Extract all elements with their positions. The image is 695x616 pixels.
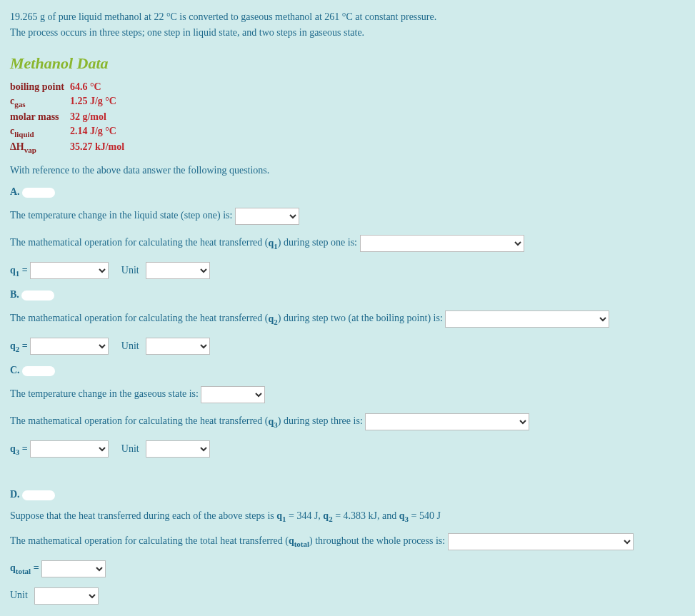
section-c-label: C.: [10, 365, 685, 376]
c-q1-text: The temperature change in the gaseous st…: [10, 389, 199, 400]
c-q3-equals: q3 =: [10, 443, 28, 454]
row-boiling-value: 64.6 °C: [70, 80, 130, 94]
row-hvap-label: ΔHvap: [10, 140, 70, 156]
b-q-text-pre: The mathematical operation for calculati…: [10, 313, 269, 324]
b-q-text-post: ) during step two (at the boiling point)…: [278, 313, 443, 324]
intro-line-2: The process occurs in three steps; one s…: [10, 27, 685, 39]
a-q1-equals: q1 =: [10, 265, 28, 276]
row-cgas-value: 1.25 J/g °C: [70, 94, 130, 110]
d-operation-select[interactable]: [448, 533, 634, 550]
a-q1-value-select[interactable]: [30, 262, 109, 279]
redaction: [22, 366, 55, 376]
d-q-text-pre: The mathematical operation for calculati…: [10, 535, 289, 546]
c-unit-select[interactable]: [146, 440, 210, 458]
row-molar-value: 32 g/mol: [70, 110, 130, 124]
a-q1-text: The temperature change in the liquid sta…: [10, 211, 232, 221]
c-unit-label: Unit: [121, 443, 139, 454]
row-boiling-label: boiling point: [10, 80, 70, 94]
section-d-label: D.: [10, 489, 685, 500]
a-unit-select[interactable]: [146, 262, 210, 279]
c-temp-change-select[interactable]: [201, 386, 265, 403]
a-q2-text-pre: The mathematical operation for calculati…: [10, 238, 269, 248]
b-unit-label: Unit: [121, 340, 139, 351]
row-cliquid-label: cliquid: [10, 124, 70, 140]
redaction: [21, 291, 54, 301]
d-qtotal-equals: qtotal =: [10, 562, 39, 573]
b-q2-equals: q2 =: [10, 340, 28, 351]
c-q2-text-pre: The mathematical operation for calculati…: [10, 416, 269, 427]
c-q3-value-select[interactable]: [30, 440, 109, 458]
intro-line-1: 19.265 g of pure liquid methanol at 22 °…: [10, 11, 685, 23]
c-operation-select[interactable]: [365, 413, 529, 430]
d-unit-select[interactable]: [34, 587, 99, 605]
b-operation-select[interactable]: [445, 310, 609, 328]
row-molar-label: molar mass: [10, 110, 70, 124]
instruction-text: With reference to the above data answer …: [10, 165, 685, 176]
c-q2-text-post: ) during step three is:: [278, 416, 363, 427]
d-q-text-post: ) throughout the whole process is:: [309, 535, 445, 546]
d-suppose-text: Suppose that the heat transferred during…: [10, 510, 685, 523]
a-unit-label: Unit: [121, 265, 139, 276]
section-a-label: A.: [10, 186, 685, 198]
d-qtotal-value-select[interactable]: [41, 560, 106, 577]
b-q2-value-select[interactable]: [30, 338, 109, 355]
d-unit-label: Unit: [10, 590, 28, 600]
redaction: [22, 490, 55, 500]
row-cliquid-value: 2.14 J/g °C: [70, 124, 130, 140]
row-cgas-label: cgas: [10, 94, 70, 110]
a-temp-change-select[interactable]: [235, 208, 299, 225]
b-unit-select[interactable]: [146, 338, 210, 355]
a-operation-select[interactable]: [360, 235, 524, 252]
methanol-data-table: boiling point 64.6 °C cgas 1.25 J/g °C m…: [10, 80, 130, 155]
a-q2-text-post: ) during step one is:: [278, 238, 357, 248]
methanol-data-heading: Methanol Data: [10, 54, 685, 73]
redaction: [22, 188, 55, 198]
row-hvap-value: 35.27 kJ/mol: [70, 140, 130, 156]
section-b-label: B.: [10, 289, 685, 301]
